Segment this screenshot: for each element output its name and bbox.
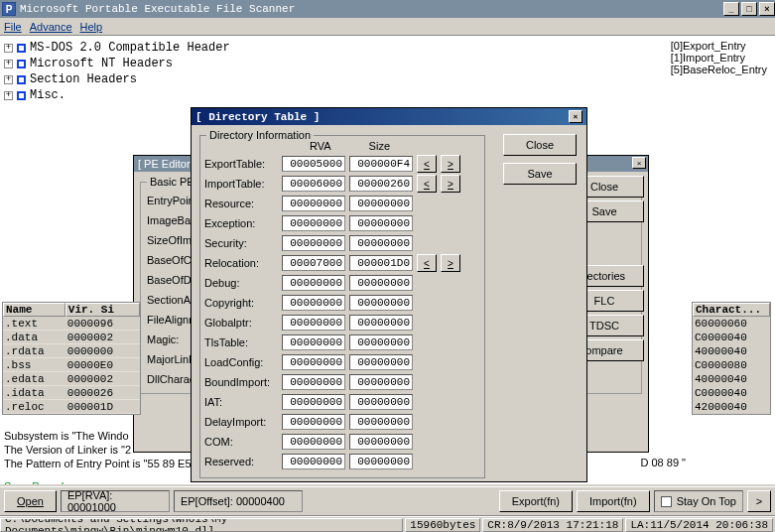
table-row[interactable]: C0000080 — [693, 358, 770, 372]
table-row[interactable]: .idata0000026 — [3, 386, 140, 400]
tree-item[interactable]: MS-DOS 2.0 Compatible Header — [30, 41, 230, 55]
directory-label: Copyright: — [204, 297, 278, 309]
cell-name: .text — [3, 317, 65, 331]
rva-input[interactable] — [282, 454, 345, 469]
rva-input[interactable] — [282, 275, 345, 291]
export-entry-list: [0]Export_Entry [1]Import_Entry [5]BaseR… — [671, 40, 767, 75]
tree-item[interactable]: Microsoft NT Headers — [30, 57, 173, 70]
tree-expand-icon[interactable]: + — [4, 60, 13, 68]
column-header[interactable]: Charact... — [693, 303, 770, 317]
rva-input[interactable] — [282, 295, 345, 311]
next-arrow-button[interactable]: > — [441, 254, 460, 272]
rva-input[interactable] — [282, 334, 345, 350]
directory-row: Reserved: — [204, 452, 480, 471]
size-input[interactable] — [349, 454, 413, 469]
size-input[interactable] — [349, 334, 413, 350]
info-right: D 08 89 " — [641, 457, 687, 468]
directory-dialog-titlebar[interactable]: [ Directory Table ] × — [192, 108, 586, 125]
table-row[interactable]: .bss00000E0 — [3, 358, 140, 372]
pe-editor-close-button[interactable]: × — [632, 157, 646, 169]
menu-help[interactable]: Help — [80, 21, 103, 33]
directory-close-button[interactable]: Close — [503, 134, 577, 156]
tree-expand-icon[interactable]: + — [4, 44, 13, 53]
directory-dialog-close-icon[interactable]: × — [569, 110, 582, 123]
prev-arrow-button[interactable]: < — [417, 155, 437, 173]
directory-dialog-title: [ Directory Table ] — [195, 111, 320, 123]
size-input[interactable] — [349, 295, 413, 311]
table-row[interactable]: C0000040 — [693, 331, 770, 344]
stay-on-top-checkbox[interactable] — [661, 496, 672, 507]
rva-input[interactable] — [282, 414, 345, 430]
tree-item[interactable]: Section Headers — [30, 72, 137, 86]
size-input[interactable] — [349, 414, 413, 430]
cell-name: .bss — [3, 358, 65, 372]
table-row[interactable]: .data0000002 — [3, 331, 140, 344]
size-input[interactable] — [349, 235, 413, 251]
rva-input[interactable] — [282, 394, 345, 410]
next-arrow-button[interactable]: > — [441, 155, 460, 173]
minimize-button[interactable]: _ — [723, 2, 739, 16]
list-item[interactable]: [0]Export_Entry — [671, 40, 767, 52]
size-input[interactable] — [349, 315, 413, 331]
table-row[interactable]: .rdata0000000 — [3, 344, 140, 358]
directory-save-button[interactable]: Save — [503, 163, 577, 185]
size-input[interactable] — [349, 374, 413, 390]
rva-input[interactable] — [282, 354, 345, 370]
list-item[interactable]: [1]Import_Entry — [671, 52, 767, 64]
list-item[interactable]: [5]BaseReloc_Entry — [671, 64, 767, 75]
rva-input[interactable] — [282, 434, 345, 450]
tree-expand-icon[interactable]: + — [4, 75, 13, 84]
table-row[interactable]: .edata0000002 — [3, 372, 140, 386]
rva-input[interactable] — [282, 255, 345, 271]
table-row[interactable]: .text0000096 — [3, 317, 140, 331]
size-input[interactable] — [349, 275, 413, 291]
size-input[interactable] — [349, 176, 413, 192]
menu-advance[interactable]: Advance — [30, 21, 72, 33]
maximize-button[interactable]: □ — [741, 2, 757, 16]
table-row[interactable]: 42000040 — [693, 400, 770, 414]
menu-file[interactable]: File — [4, 21, 22, 33]
rva-input[interactable] — [282, 374, 345, 390]
size-input[interactable] — [349, 394, 413, 410]
size-input[interactable] — [349, 196, 413, 211]
directory-label: Reserved: — [204, 456, 278, 467]
table-row[interactable]: 40000040 — [693, 372, 770, 386]
import-fn-button[interactable]: Import(fn) — [577, 490, 650, 512]
directory-row: Globalptr: — [204, 313, 480, 332]
size-input[interactable] — [349, 215, 413, 231]
next-arrow-button[interactable]: > — [441, 175, 460, 193]
tree-expand-icon[interactable]: + — [4, 91, 13, 100]
section-table: NameVir. Si .text0000096.data0000002.rda… — [2, 302, 141, 415]
size-input[interactable] — [349, 255, 413, 271]
column-header[interactable]: Name — [3, 303, 65, 317]
rva-input[interactable] — [282, 176, 345, 192]
prev-arrow-button[interactable]: < — [417, 175, 437, 193]
tree-node-icon — [17, 44, 26, 53]
directory-row: LoadConfig: — [204, 352, 480, 372]
app-icon: P — [2, 2, 16, 16]
pe-editor-title: [ PE Editor ] — [138, 158, 196, 170]
cell-name: .rdata — [3, 344, 65, 358]
table-row[interactable]: C0000040 — [693, 386, 770, 400]
rva-input[interactable] — [282, 235, 345, 251]
size-input[interactable] — [349, 434, 413, 450]
table-row[interactable]: .reloc000001D — [3, 400, 140, 414]
size-input[interactable] — [349, 354, 413, 370]
status-path: C:\Documents and Settings\Whois\My Docum… — [0, 518, 403, 532]
size-input[interactable] — [349, 156, 413, 172]
rva-input[interactable] — [282, 196, 345, 211]
export-fn-button[interactable]: Export(fn) — [499, 490, 573, 512]
rva-input[interactable] — [282, 215, 345, 231]
table-row[interactable]: 60000060 — [693, 317, 770, 331]
directory-label: Security: — [204, 237, 278, 249]
prev-arrow-button[interactable]: < — [417, 254, 437, 272]
rva-input[interactable] — [282, 315, 345, 331]
next-arrow-button[interactable]: > — [747, 490, 771, 512]
table-row[interactable]: 40000040 — [693, 344, 770, 358]
tree-item[interactable]: Misc. — [30, 88, 65, 102]
column-header[interactable]: Vir. Si — [65, 303, 140, 317]
open-button[interactable]: Open — [4, 490, 57, 512]
rva-input[interactable] — [282, 156, 345, 172]
directory-label: COM: — [204, 436, 278, 448]
close-button[interactable]: × — [759, 2, 775, 16]
